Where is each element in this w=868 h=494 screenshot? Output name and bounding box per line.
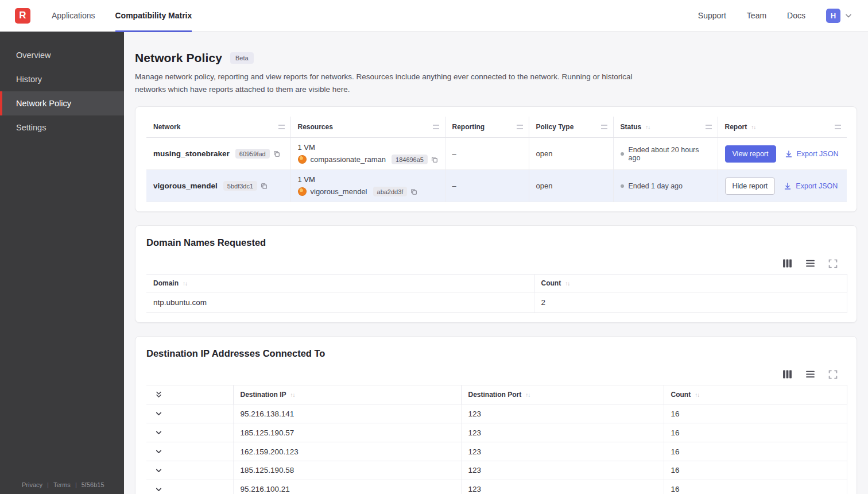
columns-icon[interactable] (782, 258, 792, 268)
chevron-down-icon[interactable] (154, 485, 163, 494)
sidebar-item[interactable]: Network Policy (0, 91, 124, 115)
destination-row[interactable]: 162.159.200.123 123 16 (146, 442, 847, 461)
export-json-link[interactable]: Export JSON (784, 182, 838, 190)
destination-port-value: 123 (461, 442, 664, 461)
sort-icon[interactable]: ↑↓ (525, 392, 530, 398)
column-header-report: Report (725, 123, 747, 131)
column-header-count: Count (541, 279, 561, 287)
nav-link[interactable]: Team (747, 11, 766, 20)
sidebar-item[interactable]: Settings (0, 115, 124, 140)
page-title: Network Policy (135, 51, 222, 65)
sidebar-nav: Overview History Network Policy Settings (0, 32, 124, 140)
network-row[interactable]: vigorous_mendel5bdf3dc1 1 VM vigorous_me… (146, 170, 847, 202)
expand-all-icon[interactable] (154, 390, 163, 399)
destinations-header-row: Destination IP↑↓ Destination Port↑↓ Coun… (146, 385, 847, 404)
sort-icon[interactable]: ↑↓ (645, 124, 650, 130)
nav-tabs: Applications Compatibility Matrix (52, 0, 212, 32)
copy-icon[interactable] (273, 150, 280, 157)
column-resize-handle[interactable] (433, 125, 439, 129)
nav-tab[interactable]: Compatibility Matrix (115, 0, 192, 32)
page-description: Manage network policy, reporting and vie… (135, 71, 646, 95)
brand-logo[interactable]: R (15, 8, 30, 24)
terms-link[interactable]: Terms (53, 481, 71, 488)
nav-tab-label: Applications (52, 11, 95, 20)
column-resize-handle[interactable] (835, 125, 841, 129)
domain-value: ntp.ubuntu.com (146, 292, 534, 313)
network-name: vigorous_mendel (153, 182, 218, 190)
destination-count-value: 16 (664, 404, 847, 423)
policy-type-value: open (529, 138, 613, 170)
network-status: Ended 1 day ago (621, 182, 711, 190)
chevron-down-icon[interactable] (154, 466, 163, 475)
column-resize-handle[interactable] (706, 125, 712, 129)
nav-link[interactable]: Docs (787, 11, 805, 20)
sort-icon[interactable]: ↑↓ (565, 280, 569, 287)
rows-icon[interactable] (805, 369, 815, 379)
column-header-destination-port: Destination Port (468, 391, 522, 399)
nav-link[interactable]: Support (698, 11, 726, 20)
main-content: Network Policy Beta Manage network polic… (124, 32, 868, 494)
destination-port-value: 123 (461, 404, 664, 423)
destination-row[interactable]: 185.125.190.57 123 16 (146, 423, 847, 442)
destination-port-value: 123 (461, 423, 664, 442)
column-header-network: Network (153, 123, 180, 131)
chevron-down-icon[interactable] (844, 11, 853, 20)
sort-icon[interactable]: ↑↓ (290, 392, 295, 398)
destination-ip-value: 185.125.190.57 (233, 423, 461, 442)
resource-name: compassionate_raman (311, 155, 386, 164)
sidebar-item-label: Settings (16, 123, 46, 132)
domain-row[interactable]: ntp.ubuntu.com 2 (146, 292, 847, 313)
sort-icon[interactable]: ↑↓ (695, 392, 699, 398)
copy-icon[interactable] (261, 183, 268, 190)
domains-card: Domain Names Requested Domain↑↓ Count↑↓ … (135, 225, 857, 323)
export-json-label: Export JSON (797, 150, 839, 158)
network-name: musing_stonebraker (153, 149, 230, 158)
chevron-down-icon[interactable] (154, 447, 163, 456)
sidebar-footer: Privacy | Terms | 5f56b15 (22, 481, 104, 488)
fullscreen-icon[interactable] (828, 259, 838, 268)
sidebar-item[interactable]: Overview (0, 43, 124, 67)
destination-row[interactable]: 95.216.138.141 123 16 (146, 404, 847, 423)
network-row[interactable]: musing_stonebraker60959fad 1 VM compassi… (146, 138, 847, 170)
column-header-domain: Domain (153, 279, 179, 287)
user-menu[interactable]: H (826, 9, 853, 23)
network-id-badge: 60959fad (235, 149, 270, 159)
destination-row[interactable]: 185.125.190.58 123 16 (146, 461, 847, 480)
report-toggle-button[interactable]: Hide report (725, 177, 776, 195)
nav-right: Support Team Docs H (698, 9, 853, 23)
column-resize-handle[interactable] (517, 125, 523, 129)
destination-count-value: 16 (664, 442, 847, 461)
destination-ip-value: 162.159.200.123 (233, 442, 461, 461)
chevron-down-icon[interactable] (154, 410, 163, 418)
sort-icon[interactable]: ↑↓ (751, 124, 755, 130)
footer-divider: | (75, 481, 77, 488)
destination-count-value: 16 (664, 461, 847, 480)
chevron-down-icon[interactable] (154, 429, 163, 437)
destination-port-value: 123 (461, 461, 664, 480)
copy-icon[interactable] (431, 156, 438, 163)
reporting-value: – (445, 138, 529, 170)
avatar[interactable]: H (826, 9, 840, 23)
fullscreen-icon[interactable] (828, 370, 838, 379)
top-navbar: R Applications Compatibility Matrix Supp… (0, 0, 868, 32)
privacy-link[interactable]: Privacy (22, 481, 42, 488)
report-toggle-button[interactable]: View report (725, 145, 776, 163)
sidebar-item-label: Network Policy (16, 99, 71, 108)
destination-row[interactable]: 95.216.100.21 123 16 (146, 480, 847, 494)
destination-port-value: 123 (461, 480, 664, 494)
column-header-destination-ip: Destination IP (241, 391, 286, 399)
rows-icon[interactable] (805, 258, 815, 268)
column-resize-handle[interactable] (278, 125, 285, 129)
status-dot (621, 152, 624, 156)
resource-count: 1 VM (298, 175, 438, 184)
columns-icon[interactable] (782, 369, 792, 379)
status-text: Ended about 20 hours ago (629, 146, 711, 162)
networks-table: Network Resources Reporting Policy Type … (146, 117, 847, 202)
column-resize-handle[interactable] (601, 125, 607, 129)
sort-icon[interactable]: ↑↓ (183, 280, 187, 287)
sidebar-item[interactable]: History (0, 67, 124, 91)
copy-icon[interactable] (410, 188, 417, 195)
export-json-link[interactable]: Export JSON (785, 150, 839, 158)
nav-tab[interactable]: Applications (52, 0, 95, 32)
domains-table: Domain↑↓ Count↑↓ ntp.ubuntu.com 2 (146, 274, 847, 313)
